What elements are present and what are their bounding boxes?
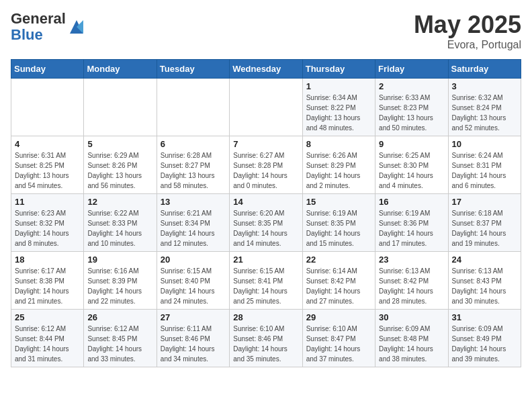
- day-cell: 12Sunrise: 6:22 AMSunset: 8:33 PMDayligh…: [84, 194, 157, 252]
- day-cell: 29Sunrise: 6:10 AMSunset: 8:47 PMDayligh…: [302, 310, 375, 367]
- day-info: Sunrise: 6:10 AMSunset: 8:46 PMDaylight:…: [233, 324, 298, 364]
- day-cell: 24Sunrise: 6:13 AMSunset: 8:43 PMDayligh…: [448, 252, 521, 310]
- day-info: Sunrise: 6:25 AMSunset: 8:30 PMDaylight:…: [379, 150, 444, 191]
- day-info: Sunrise: 6:12 AMSunset: 8:45 PMDaylight:…: [87, 324, 152, 364]
- day-cell: 15Sunrise: 6:19 AMSunset: 8:35 PMDayligh…: [302, 194, 375, 252]
- day-number: 27: [161, 312, 226, 322]
- day-cell: 3Sunrise: 6:32 AMSunset: 8:24 PMDaylight…: [448, 79, 521, 136]
- week-row-3: 11Sunrise: 6:23 AMSunset: 8:32 PMDayligh…: [11, 194, 521, 252]
- day-number: 20: [161, 255, 226, 265]
- day-cell: 31Sunrise: 6:09 AMSunset: 8:49 PMDayligh…: [448, 310, 521, 367]
- day-info: Sunrise: 6:24 AMSunset: 8:31 PMDaylight:…: [452, 150, 517, 191]
- header-row: SundayMondayTuesdayWednesdayThursdayFrid…: [11, 60, 521, 79]
- day-number: 23: [379, 255, 444, 265]
- day-info: Sunrise: 6:23 AMSunset: 8:32 PMDaylight:…: [15, 208, 80, 248]
- day-info: Sunrise: 6:21 AMSunset: 8:34 PMDaylight:…: [161, 208, 226, 248]
- day-number: 14: [233, 197, 298, 207]
- col-header-tuesday: Tuesday: [157, 60, 229, 79]
- day-info: Sunrise: 6:33 AMSunset: 8:23 PMDaylight:…: [379, 93, 444, 133]
- col-header-sunday: Sunday: [11, 60, 84, 79]
- day-number: 24: [452, 255, 517, 265]
- day-number: 25: [15, 312, 80, 322]
- day-info: Sunrise: 6:10 AMSunset: 8:47 PMDaylight:…: [306, 324, 371, 364]
- col-header-wednesday: Wednesday: [230, 60, 302, 79]
- day-number: 1: [306, 81, 371, 91]
- col-header-saturday: Saturday: [448, 60, 521, 79]
- day-cell: 22Sunrise: 6:14 AMSunset: 8:42 PMDayligh…: [302, 252, 375, 310]
- day-cell: 19Sunrise: 6:16 AMSunset: 8:39 PMDayligh…: [84, 252, 157, 310]
- month-title: May 2025: [414, 11, 521, 39]
- day-number: 4: [15, 139, 80, 149]
- day-number: 13: [161, 197, 226, 207]
- day-number: 15: [306, 197, 371, 207]
- day-info: Sunrise: 6:09 AMSunset: 8:48 PMDaylight:…: [379, 324, 444, 364]
- week-row-5: 25Sunrise: 6:12 AMSunset: 8:44 PMDayligh…: [11, 310, 521, 367]
- day-info: Sunrise: 6:19 AMSunset: 8:36 PMDaylight:…: [379, 208, 444, 248]
- day-number: 30: [379, 312, 444, 322]
- day-number: 29: [306, 312, 371, 322]
- day-info: Sunrise: 6:20 AMSunset: 8:35 PMDaylight:…: [233, 208, 298, 248]
- day-number: 10: [452, 139, 517, 149]
- day-cell: 28Sunrise: 6:10 AMSunset: 8:46 PMDayligh…: [230, 310, 302, 367]
- day-cell: 27Sunrise: 6:11 AMSunset: 8:46 PMDayligh…: [157, 310, 229, 367]
- day-number: 28: [233, 312, 298, 322]
- day-info: Sunrise: 6:19 AMSunset: 8:35 PMDaylight:…: [306, 208, 371, 248]
- day-cell: 10Sunrise: 6:24 AMSunset: 8:31 PMDayligh…: [448, 136, 521, 194]
- day-cell: 1Sunrise: 6:34 AMSunset: 8:22 PMDaylight…: [302, 79, 375, 136]
- week-row-1: 1Sunrise: 6:34 AMSunset: 8:22 PMDaylight…: [11, 79, 521, 136]
- day-info: Sunrise: 6:26 AMSunset: 8:29 PMDaylight:…: [306, 150, 371, 191]
- day-number: 5: [87, 139, 152, 149]
- day-info: Sunrise: 6:12 AMSunset: 8:44 PMDaylight:…: [15, 324, 80, 364]
- day-number: 19: [87, 255, 152, 265]
- day-info: Sunrise: 6:15 AMSunset: 8:41 PMDaylight:…: [233, 266, 298, 306]
- logo-blue-text: Blue: [11, 26, 43, 43]
- day-info: Sunrise: 6:22 AMSunset: 8:33 PMDaylight:…: [87, 208, 152, 248]
- day-info: Sunrise: 6:27 AMSunset: 8:28 PMDaylight:…: [233, 150, 298, 191]
- day-cell: 20Sunrise: 6:15 AMSunset: 8:40 PMDayligh…: [157, 252, 229, 310]
- day-cell: 16Sunrise: 6:19 AMSunset: 8:36 PMDayligh…: [375, 194, 448, 252]
- day-cell: 14Sunrise: 6:20 AMSunset: 8:35 PMDayligh…: [230, 194, 302, 252]
- day-number: 31: [452, 312, 517, 322]
- day-info: Sunrise: 6:29 AMSunset: 8:26 PMDaylight:…: [87, 150, 152, 191]
- page-header: General Blue May 2025 Evora, Portugal: [11, 11, 521, 51]
- day-info: Sunrise: 6:09 AMSunset: 8:49 PMDaylight:…: [452, 324, 517, 364]
- day-cell: [84, 79, 157, 136]
- week-row-4: 18Sunrise: 6:17 AMSunset: 8:38 PMDayligh…: [11, 252, 521, 310]
- day-info: Sunrise: 6:17 AMSunset: 8:38 PMDaylight:…: [15, 266, 80, 306]
- logo: General Blue: [11, 11, 86, 43]
- day-number: 6: [161, 139, 226, 149]
- day-cell: 26Sunrise: 6:12 AMSunset: 8:45 PMDayligh…: [84, 310, 157, 367]
- day-cell: 4Sunrise: 6:31 AMSunset: 8:25 PMDaylight…: [11, 136, 84, 194]
- day-cell: 18Sunrise: 6:17 AMSunset: 8:38 PMDayligh…: [11, 252, 84, 310]
- day-info: Sunrise: 6:18 AMSunset: 8:37 PMDaylight:…: [452, 208, 517, 248]
- day-info: Sunrise: 6:13 AMSunset: 8:43 PMDaylight:…: [452, 266, 517, 306]
- day-info: Sunrise: 6:32 AMSunset: 8:24 PMDaylight:…: [452, 93, 517, 133]
- day-info: Sunrise: 6:31 AMSunset: 8:25 PMDaylight:…: [15, 150, 80, 191]
- day-number: 26: [87, 312, 152, 322]
- day-number: 17: [452, 197, 517, 207]
- day-cell: 13Sunrise: 6:21 AMSunset: 8:34 PMDayligh…: [157, 194, 229, 252]
- day-number: 21: [233, 255, 298, 265]
- day-cell: [157, 79, 229, 136]
- day-cell: 17Sunrise: 6:18 AMSunset: 8:37 PMDayligh…: [448, 194, 521, 252]
- logo-icon: [67, 17, 86, 36]
- day-number: 8: [306, 139, 371, 149]
- day-cell: [11, 79, 84, 136]
- day-number: 22: [306, 255, 371, 265]
- calendar-table: SundayMondayTuesdayWednesdayThursdayFrid…: [11, 59, 521, 367]
- day-info: Sunrise: 6:15 AMSunset: 8:40 PMDaylight:…: [161, 266, 226, 306]
- day-cell: 25Sunrise: 6:12 AMSunset: 8:44 PMDayligh…: [11, 310, 84, 367]
- day-number: 11: [15, 197, 80, 207]
- day-cell: 11Sunrise: 6:23 AMSunset: 8:32 PMDayligh…: [11, 194, 84, 252]
- day-number: 18: [15, 255, 80, 265]
- day-info: Sunrise: 6:13 AMSunset: 8:42 PMDaylight:…: [379, 266, 444, 306]
- day-info: Sunrise: 6:14 AMSunset: 8:42 PMDaylight:…: [306, 266, 371, 306]
- day-info: Sunrise: 6:11 AMSunset: 8:46 PMDaylight:…: [161, 324, 226, 364]
- day-number: 16: [379, 197, 444, 207]
- col-header-thursday: Thursday: [302, 60, 375, 79]
- day-info: Sunrise: 6:16 AMSunset: 8:39 PMDaylight:…: [87, 266, 152, 306]
- location-title: Evora, Portugal: [414, 39, 521, 51]
- week-row-2: 4Sunrise: 6:31 AMSunset: 8:25 PMDaylight…: [11, 136, 521, 194]
- day-cell: 2Sunrise: 6:33 AMSunset: 8:23 PMDaylight…: [375, 79, 448, 136]
- day-cell: 23Sunrise: 6:13 AMSunset: 8:42 PMDayligh…: [375, 252, 448, 310]
